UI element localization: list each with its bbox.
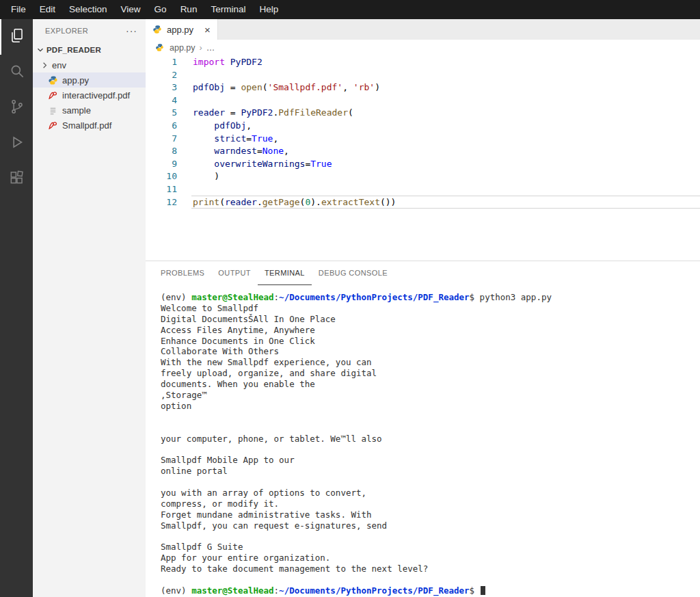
extensions-icon — [8, 169, 26, 189]
terminal-line: Enhance Documents in One Click — [161, 336, 700, 347]
folder-section-pdf-reader[interactable]: PDF_READER — [33, 42, 146, 57]
activity-search-button[interactable] — [0, 55, 33, 90]
terminal-line: Smallpdf Mobile App to our — [161, 455, 700, 466]
line-number: 5 — [146, 107, 177, 120]
menu-item-run[interactable]: Run — [174, 0, 204, 19]
line-number: 10 — [146, 170, 177, 183]
terminal-line: Welcome to Smallpdf — [161, 303, 700, 314]
line-number: 6 — [146, 120, 177, 133]
line-number: 8 — [146, 145, 177, 158]
activity-extensions-button[interactable] — [0, 161, 33, 197]
activity-run-debug-button[interactable] — [0, 126, 33, 161]
code-line-6: 6 pdfObj, — [146, 120, 700, 133]
file-item-app-py[interactable]: app.py — [33, 72, 146, 88]
chevron-down-icon — [36, 45, 45, 55]
file-item-env[interactable]: env — [33, 57, 146, 72]
line-number: 1 — [146, 56, 177, 69]
code-line-9: 9 overwriteWarnings=True — [146, 158, 700, 171]
terminal-line: Smallpdf, you can request e-signatures, … — [161, 520, 700, 531]
terminal-line: compress, or modify it. — [161, 499, 700, 509]
panel-tabs: PROBLEMSOUTPUTTERMINALDEBUG CONSOLE — [146, 261, 700, 285]
file-item-interactivepdf-pdf[interactable]: interactivepdf.pdf — [33, 88, 146, 103]
code-text: overwriteWarnings=True — [193, 158, 700, 171]
views-more-icon[interactable]: ··· — [126, 27, 137, 34]
file-label: app.py — [62, 75, 89, 85]
activity-explorer-button[interactable] — [0, 19, 33, 55]
terminal-line — [161, 423, 700, 434]
code-line-3: 3pdfObj = open('Smallpdf.pdf', 'rb') — [146, 81, 700, 94]
file-tree: envapp.pyinteractivepdf.pdfsampleSmallpd… — [33, 57, 146, 133]
bottom-panel: PROBLEMSOUTPUTTERMINALDEBUG CONSOLE (env… — [146, 261, 700, 597]
terminal-line: Collaborate With Others — [161, 346, 700, 357]
code-text — [193, 183, 700, 196]
code-area[interactable]: 1import PyPDF223pdfObj = open('Smallpdf.… — [146, 56, 700, 261]
run-debug-icon — [8, 133, 26, 154]
python-file-icon — [152, 25, 163, 35]
breadcrumb-symbol-ellipsis[interactable]: … — [206, 43, 215, 53]
activity-source-control-button[interactable] — [0, 90, 33, 126]
menu-item-selection[interactable]: Selection — [62, 0, 114, 19]
app-body: EXPLORER ··· PDF_READER envapp.pyinterac… — [0, 19, 700, 597]
code-text: print(reader.getPage(0).extractText()) — [193, 196, 700, 209]
menu-item-file[interactable]: File — [4, 0, 33, 19]
terminal-line: Digital DocumentsŠAll In One Place — [161, 314, 700, 325]
menu-item-terminal[interactable]: Terminal — [204, 0, 252, 19]
code-line-10: 10 ) — [146, 170, 700, 183]
panel-tab-problems[interactable]: PROBLEMS — [154, 261, 211, 285]
panel-tab-debug-console[interactable]: DEBUG CONSOLE — [312, 261, 394, 285]
pdf-icon — [48, 90, 58, 101]
source-control-icon — [8, 98, 26, 118]
terminal-line: Ready to take document management to the… — [161, 563, 700, 574]
terminal-line: (env) master@StealHead:~/Documents/Pytho… — [161, 292, 700, 303]
editor-group: app.py × app.py › … 1import PyPDF223pdfO… — [146, 19, 700, 597]
terminal-line: (env) master@StealHead:~/Documents/Pytho… — [161, 585, 700, 596]
code-line-11: 11 — [146, 183, 700, 196]
file-item-smallpdf-pdf[interactable]: Smallpdf.pdf — [33, 118, 146, 133]
breadcrumb-file[interactable]: app.py — [170, 43, 196, 53]
code-line-4: 4 — [146, 94, 700, 107]
line-number: 3 — [146, 81, 177, 94]
tab-app-py[interactable]: app.py × — [146, 19, 218, 40]
code-text — [193, 94, 700, 107]
terminal-line: Smallpdf G Suite — [161, 542, 700, 553]
terminal-line — [161, 444, 700, 455]
terminal-line: documents. When you enable the — [161, 379, 700, 390]
tab-label: app.py — [167, 25, 193, 35]
explorer-icon — [8, 27, 26, 47]
file-label: env — [52, 60, 66, 70]
panel-tab-output[interactable]: OUTPUT — [211, 261, 258, 285]
line-number: 12 — [146, 196, 177, 209]
file-icon — [48, 105, 58, 116]
python-file-icon — [155, 43, 165, 53]
terminal-line: With the new Smallpdf experience, you ca… — [161, 357, 700, 368]
code-line-8: 8 warndest=None, — [146, 145, 700, 158]
terminal-line: you with an array of options to convert, — [161, 488, 700, 499]
activity-bar — [0, 19, 33, 597]
menu-item-edit[interactable]: Edit — [33, 0, 62, 19]
terminal-line — [161, 574, 700, 585]
tab-close-icon[interactable]: × — [204, 25, 211, 35]
code-text: pdfObj = open('Smallpdf.pdf', 'rb') — [193, 81, 700, 94]
menu-item-go[interactable]: Go — [148, 0, 174, 19]
code-text: pdfObj, — [193, 120, 700, 133]
terminal-line: Forget mundane administrative tasks. Wit… — [161, 509, 700, 520]
terminal-line: your computer, phone, or tablet. We™ll a… — [161, 434, 700, 445]
chevron-right-icon — [40, 60, 50, 70]
code-text: reader = PyPDF2.PdfFileReader( — [193, 107, 700, 120]
file-label: sample — [62, 105, 91, 116]
file-item-sample[interactable]: sample — [33, 103, 146, 118]
terminal-line: App for your entire organization. — [161, 553, 700, 563]
sidebar-explorer: EXPLORER ··· PDF_READER envapp.pyinterac… — [33, 19, 146, 597]
file-label: Smallpdf.pdf — [62, 120, 111, 131]
terminal[interactable]: (env) master@StealHead:~/Documents/Pytho… — [146, 285, 700, 597]
terminal-line: option — [161, 401, 700, 412]
menu-item-view[interactable]: View — [114, 0, 148, 19]
code-text — [193, 69, 700, 82]
code-line-2: 2 — [146, 69, 700, 82]
code-text: warndest=None, — [193, 145, 700, 158]
code-text: import PyPDF2 — [193, 56, 700, 69]
panel-tab-terminal[interactable]: TERMINAL — [258, 261, 312, 285]
menu-item-help[interactable]: Help — [252, 0, 285, 19]
explorer-title: EXPLORER — [45, 27, 88, 35]
line-number: 9 — [146, 158, 177, 171]
